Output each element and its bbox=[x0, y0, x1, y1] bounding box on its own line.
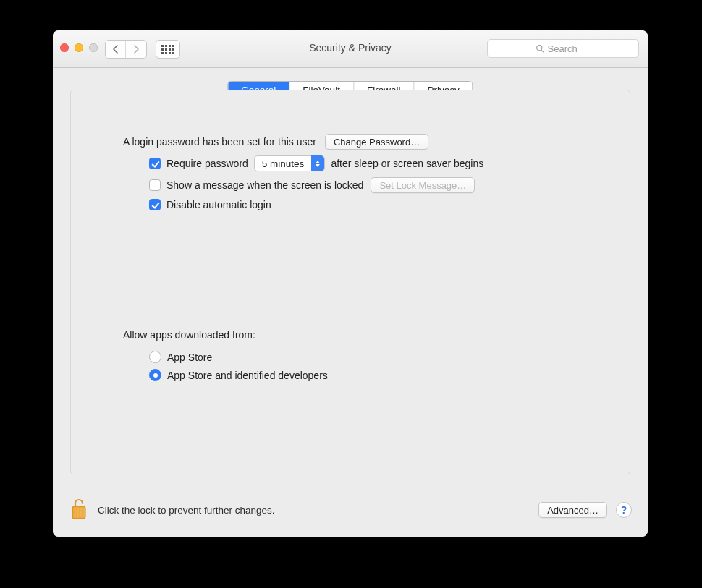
gatekeeper-identified-label: App Store and identified developers bbox=[167, 370, 328, 381]
lock-icon[interactable] bbox=[69, 498, 89, 522]
require-password-checkbox[interactable] bbox=[149, 158, 161, 169]
nav-forward-button bbox=[126, 41, 146, 58]
preferences-window: Security & Privacy General FileVault Fir… bbox=[53, 30, 648, 537]
nav-back-forward bbox=[105, 40, 147, 59]
password-set-label: A login password has been set for this u… bbox=[123, 136, 316, 148]
gatekeeper-identified-radio[interactable] bbox=[149, 369, 161, 381]
require-password-delay-value: 5 minutes bbox=[262, 158, 305, 169]
pane-body: General FileVault Firewall Privacy A log… bbox=[53, 68, 648, 537]
minimize-icon[interactable] bbox=[75, 43, 83, 52]
help-button[interactable]: ? bbox=[616, 502, 632, 518]
grid-icon bbox=[161, 45, 174, 54]
advanced-button[interactable]: Advanced… bbox=[538, 502, 607, 518]
require-password-label-before: Require password bbox=[166, 158, 248, 169]
svg-line-1 bbox=[541, 50, 544, 52]
disable-automatic-login-label: Disable automatic login bbox=[166, 199, 271, 210]
show-all-button[interactable] bbox=[156, 40, 180, 59]
search-icon bbox=[536, 44, 545, 54]
require-password-label-after: after sleep or screen saver begins bbox=[331, 158, 483, 169]
gatekeeper-appstore-label: App Store bbox=[167, 351, 212, 363]
lock-text: Click the lock to prevent further change… bbox=[98, 505, 275, 516]
nav-back-button[interactable] bbox=[106, 41, 126, 58]
show-lock-message-checkbox[interactable] bbox=[149, 179, 161, 191]
login-password-section: A login password has been set for this u… bbox=[71, 119, 630, 210]
gatekeeper-appstore-radio[interactable] bbox=[149, 351, 161, 363]
gatekeeper-heading: Allow apps downloaded from: bbox=[123, 329, 592, 341]
require-password-delay-popup[interactable]: 5 minutes bbox=[254, 155, 326, 171]
change-password-button[interactable]: Change Password… bbox=[325, 134, 428, 150]
disable-automatic-login-checkbox[interactable] bbox=[149, 199, 161, 210]
gatekeeper-section: Allow apps downloaded from: App Store Ap… bbox=[123, 329, 592, 387]
search-field[interactable] bbox=[487, 39, 639, 58]
general-panel: A login password has been set for this u… bbox=[70, 90, 630, 474]
footer: Click the lock to prevent further change… bbox=[53, 483, 648, 537]
popup-arrows-icon bbox=[311, 155, 324, 171]
set-lock-message-button: Set Lock Message… bbox=[371, 177, 475, 193]
search-input[interactable] bbox=[548, 43, 591, 54]
show-lock-message-label: Show a message when the screen is locked bbox=[166, 179, 363, 191]
close-icon[interactable] bbox=[60, 43, 69, 52]
section-divider bbox=[71, 304, 630, 304]
zoom-icon bbox=[89, 43, 98, 52]
window-controls bbox=[60, 43, 98, 52]
svg-rect-2 bbox=[72, 506, 85, 519]
svg-point-0 bbox=[536, 45, 541, 50]
titlebar: Security & Privacy bbox=[53, 30, 648, 68]
